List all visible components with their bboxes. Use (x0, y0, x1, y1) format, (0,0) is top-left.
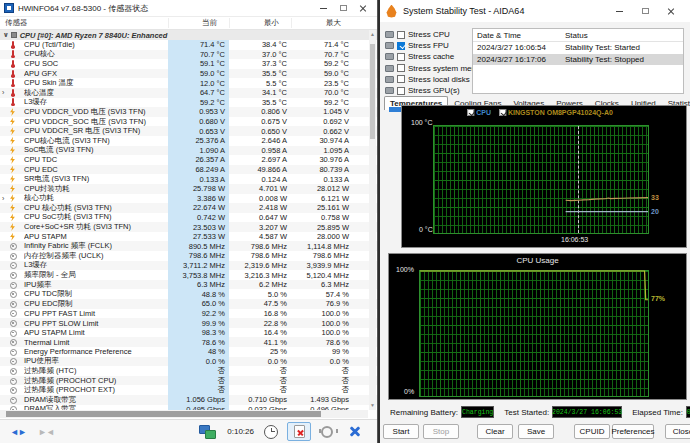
expand-chevron-icon[interactable]: › (2, 194, 9, 203)
sensor-row[interactable]: › 过热降频 (PROCHOT CPU) 否 否 否 (0, 376, 377, 386)
action-button[interactable]: Save (518, 424, 554, 439)
sensor-max-value: 798.6 MHz (291, 251, 353, 260)
sensor-type-icon (9, 271, 16, 279)
sensor-row[interactable]: › CPU EDC限制 65.0 % 47.5 % 76.9 % (0, 299, 377, 309)
sensor-min-value: 34.1 °C (229, 88, 291, 97)
action-button[interactable]: Start (383, 424, 419, 439)
sensor-row[interactable]: › 过热降频 (HTC) 否 否 否 (0, 366, 377, 376)
sensor-row[interactable]: › CPU TDC限制 48.8 % 5.0 % 57.4 % (0, 289, 377, 299)
log-column-datetime[interactable]: Date & Time (473, 31, 565, 40)
scrollbar-thumb[interactable] (6, 411, 321, 417)
stress-checkbox[interactable] (397, 64, 405, 72)
legend-checkbox[interactable] (467, 109, 474, 116)
sensor-row[interactable]: › CPU Skin 温度 12.0 °C 5.5 °C 23.5 °C (0, 78, 377, 88)
sensor-max-value: 30.976 A (291, 155, 353, 164)
sensor-max-value: 78.6 % (291, 338, 353, 347)
sensor-row[interactable]: › L3缓存 59.2 °C 35.5 °C 59.2 °C (0, 98, 377, 108)
collapse-chevron-icon[interactable]: ∨ (3, 31, 9, 39)
column-max[interactable]: 最大 (291, 18, 353, 28)
log-row[interactable]: 2024/3/27 16:06:54 Stability Test: Start… (473, 42, 683, 54)
sensor-row[interactable]: › CPU PPT FAST Limit 92.2 % 16.8 % 100.0… (0, 309, 377, 319)
action-button[interactable]: Stop (423, 424, 459, 439)
sensor-min-value: 0.675 V (229, 117, 291, 126)
stress-checkbox[interactable] (397, 87, 405, 95)
sensor-row[interactable]: › 内存控制器频率 (UCLK) 798.6 MHz 798.6 MHz 798… (0, 251, 377, 261)
minimize-button[interactable] (313, 1, 333, 16)
log-row[interactable]: 2024/3/27 16:17:06 Stability Test: Stopp… (473, 54, 683, 66)
sensor-group-header[interactable]: ∨ CPU [#0]: AMD Ryzen 7 8840U: Enhanced (0, 30, 377, 40)
maximize-button[interactable] (333, 1, 353, 16)
sensor-row[interactable]: › 核心功耗 3.386 W 0.008 W 6.121 W (0, 194, 377, 204)
sensor-row[interactable]: › CPU封装功耗 25.798 W 4.701 W 28.012 W (0, 184, 377, 194)
column-sensor[interactable]: 传感器 (0, 18, 168, 28)
vertical-scrollbar[interactable]: ▲ ▼ (369, 30, 376, 410)
sensor-row[interactable]: › CPU VDDCR_SR 电压 (SVI3 TFN) 0.653 V 0.6… (0, 126, 377, 136)
hwinfo-titlebar[interactable]: HWiNFO64 v7.68-5300 - 传感器状态 (0, 0, 377, 17)
column-current[interactable]: 当前 (168, 18, 229, 28)
sensor-max-value: 否 (291, 366, 353, 376)
sensor-row[interactable]: › DRAM读取带宽 1.056 Gbps 0.710 Gbps 1.493 G… (0, 395, 377, 405)
sensor-row[interactable]: › Thermal Limit 78.6 % 41.1 % 78.6 % (0, 337, 377, 347)
sensor-row[interactable]: › CPU VDDCR_SOC 电压 (SVI3 TFN) 0.680 V 0.… (0, 117, 377, 127)
aida64-titlebar[interactable]: System Stability Test - AIDA64 (380, 0, 690, 22)
exit-button[interactable] (343, 422, 367, 441)
close-button[interactable] (658, 2, 684, 20)
sensor-row[interactable]: › CPU SoC功耗 (SVI3 TFN) 0.742 W 0.647 W 0… (0, 213, 377, 223)
sensor-row[interactable]: › CPU PPT SLOW Limit 99.9 % 22.8 % 100.0… (0, 318, 377, 328)
clock-button[interactable] (259, 422, 283, 441)
sensor-current-value: 70.7 °C (168, 50, 229, 60)
minimize-button[interactable] (606, 2, 632, 20)
settings-button[interactable] (315, 422, 339, 441)
sensor-row[interactable]: › IPU使用率 0.0 % 0.0 % 0.0 % (0, 357, 377, 367)
sensor-row[interactable]: › SR电流 (SVI3 TFN) 0.133 A 0.124 A 0.133 … (0, 174, 377, 184)
sensor-row[interactable]: › Core+SoC+SR 功耗 (SVI3 TFN) 23.503 W 3.2… (0, 222, 377, 232)
action-button[interactable]: CPUID (574, 424, 610, 439)
sensor-max-value: 99 % (291, 347, 353, 356)
sensor-row[interactable]: › CPU SOC 59.1 °C 37.3 °C 59.2 °C (0, 59, 377, 69)
maximize-button[interactable] (632, 2, 658, 20)
sensor-max-value: 59.2 °C (291, 59, 353, 68)
sensor-row[interactable]: › CPU核心电流 (SVI3 TFN) 25.376 A 2.646 A 30… (0, 136, 377, 146)
horizontal-scrollbar[interactable] (0, 410, 368, 418)
legend-checkbox[interactable] (499, 109, 506, 116)
sensor-row[interactable]: › Energy Performance Preference 48 % 25 … (0, 347, 377, 357)
action-button[interactable]: Preferences (612, 424, 654, 439)
scroll-up-icon[interactable]: ▲ (369, 30, 376, 39)
nav-arrows-disabled-button[interactable]: ►◄ (34, 422, 58, 441)
nav-arrows-button[interactable]: ◄► (6, 422, 30, 441)
sensor-row[interactable]: › CPU核心 70.7 °C 37.0 °C 70.7 °C (0, 50, 377, 60)
aida64-window: System Stability Test - AIDA64 Stress CP… (380, 0, 690, 443)
sensor-row[interactable]: › CPU TDC 26.357 A 2.697 A 30.976 A (0, 155, 377, 165)
action-button[interactable]: Clear (477, 424, 513, 439)
scrollbar-thumb[interactable] (370, 44, 375, 139)
sensor-row[interactable]: › 核心温度 64.7 °C 34.1 °C 70.0 °C (0, 88, 377, 98)
sensor-row[interactable]: › 频率限制 - 全局 3,753.8 MHz 3,216.3 MHz 5,12… (0, 270, 377, 280)
sensor-row[interactable]: › CPU EDC 68.249 A 49.866 A 80.739 A (0, 165, 377, 175)
sensor-row[interactable]: › CPU VDDCR_VDD 电压 (SVI3 TFN) 0.953 V 0.… (0, 107, 377, 117)
sensor-label: CPU VDDCR_SR 电压 (SVI3 TFN) (24, 126, 168, 136)
stress-checkbox[interactable] (397, 31, 405, 39)
sensor-row[interactable]: › CPU (Tctl/Tdie) 71.4 °C 38.4 °C 71.4 °… (0, 40, 377, 50)
stress-checkbox[interactable] (397, 42, 405, 50)
action-button[interactable]: Close (665, 424, 690, 439)
sensor-row[interactable]: › SoC电流 (SVI3 TFN) 1.090 A 0.958 A 1.095… (0, 146, 377, 156)
sensor-row[interactable]: › IPU频率 6.3 MHz 6.2 MHz 6.3 MHz (0, 280, 377, 290)
sensor-row[interactable]: › APU GFX 59.0 °C 35.5 °C 59.0 °C (0, 69, 377, 79)
usage-plot (419, 270, 649, 397)
expand-chevron-icon[interactable]: › (2, 88, 9, 97)
sensor-row[interactable]: › CPU 核心功耗 (SVI3 TFN) 22.674 W 2.418 W 2… (0, 203, 377, 213)
remote-monitoring-button[interactable] (194, 422, 218, 441)
sensor-row[interactable]: › APU STAPM Limit 98.3 % 16.4 % 100.0 % (0, 328, 377, 338)
sensor-type-icon (9, 70, 16, 78)
sensor-row[interactable]: › L3缓存 3,711.2 MHz 2,319.6 MHz 3,939.9 M… (0, 261, 377, 271)
sensor-row[interactable]: › Infinity Fabric 频率 (FCLK) 890.5 MHz 79… (0, 241, 377, 251)
log-column-status[interactable]: Status (565, 31, 683, 40)
sensor-row[interactable]: › 过热降频 (PROCHOT EXT) 否 否 否 (0, 385, 377, 395)
reset-values-button[interactable] (287, 422, 311, 441)
close-button[interactable] (353, 1, 373, 16)
sensor-row[interactable]: › APU STAPM 27.533 W 4.587 W 28.000 W (0, 232, 377, 242)
scroll-down-icon[interactable]: ▼ (369, 401, 376, 410)
column-min[interactable]: 最小 (229, 18, 291, 28)
stress-checkbox[interactable] (397, 53, 405, 61)
stress-checkbox[interactable] (397, 75, 405, 83)
